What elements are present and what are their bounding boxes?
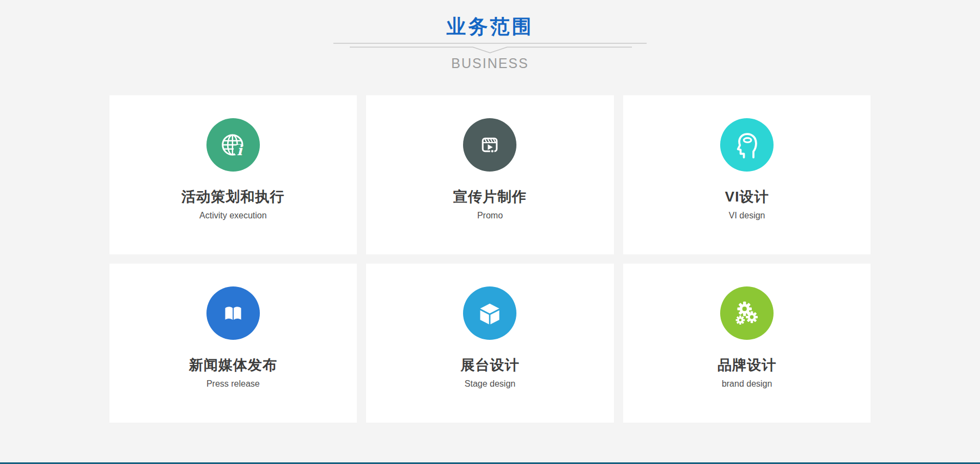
service-subtitle: Promo bbox=[366, 211, 614, 220]
service-title: 宣传片制作 bbox=[366, 190, 614, 204]
service-title: 品牌设计 bbox=[623, 358, 871, 372]
services-grid: i 活动策划和执行 Activity execution bbox=[109, 95, 871, 423]
press-icon-circle bbox=[206, 286, 260, 340]
activity-icon-circle: i bbox=[206, 118, 260, 172]
brand-icon-circle bbox=[720, 286, 774, 340]
service-title: VI设计 bbox=[623, 190, 871, 204]
service-card-brand-design[interactable]: 品牌设计 brand design bbox=[623, 264, 871, 423]
business-scope-section: 业务范围 BUSINESS bbox=[0, 0, 980, 464]
service-title: 展台设计 bbox=[366, 358, 614, 372]
section-divider bbox=[0, 42, 980, 54]
globe-info-icon: i bbox=[218, 130, 248, 160]
service-title: 新闻媒体发布 bbox=[109, 358, 357, 372]
service-card-vi-design[interactable]: VI设计 VI design bbox=[623, 95, 871, 254]
service-subtitle: brand design bbox=[623, 380, 871, 388]
open-book-icon bbox=[218, 298, 248, 328]
stage-icon-circle bbox=[463, 286, 516, 340]
cube-icon bbox=[474, 297, 506, 329]
service-subtitle: Activity execution bbox=[109, 211, 357, 220]
service-subtitle: Stage design bbox=[366, 380, 614, 388]
vi-design-icon-circle bbox=[720, 118, 774, 172]
service-title: 活动策划和执行 bbox=[109, 190, 357, 204]
service-card-activity-execution[interactable]: i 活动策划和执行 Activity execution bbox=[109, 95, 357, 254]
gears-icon bbox=[731, 297, 763, 329]
service-card-promo[interactable]: 宣传片制作 Promo bbox=[366, 95, 614, 254]
section-subtitle: BUSINESS bbox=[0, 57, 980, 70]
divider-chevron-lines bbox=[333, 42, 647, 54]
service-subtitle: Press release bbox=[109, 380, 357, 388]
clapperboard-icon bbox=[474, 130, 505, 160]
section-title: 业务范围 bbox=[0, 0, 980, 38]
service-card-stage-design[interactable]: 展台设计 Stage design bbox=[366, 264, 614, 423]
service-subtitle: VI design bbox=[623, 211, 871, 220]
head-profile-icon bbox=[731, 129, 763, 161]
promo-icon-circle bbox=[463, 118, 516, 172]
service-card-press-release[interactable]: 新闻媒体发布 Press release bbox=[109, 264, 357, 423]
